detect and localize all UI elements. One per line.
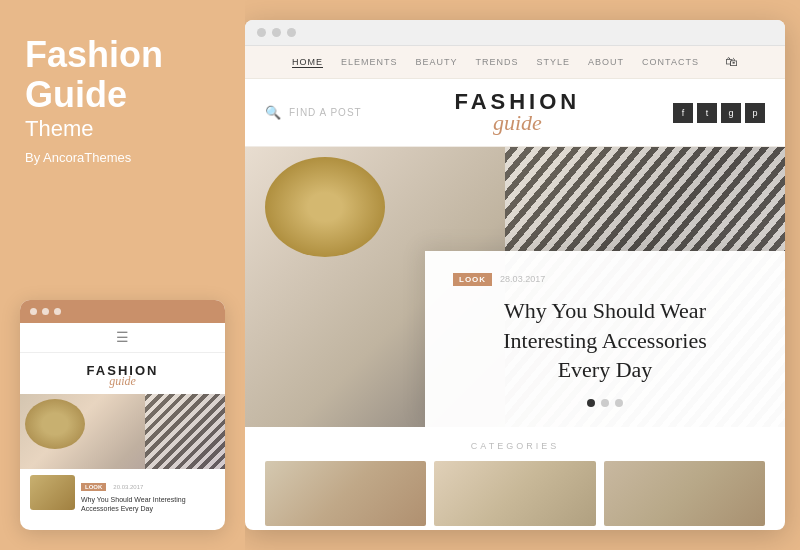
social-google-icon[interactable]: g: [721, 103, 741, 123]
search-placeholder[interactable]: FIND A POST: [289, 107, 362, 118]
hero-card: LOOK 28.03.2017 Why You Should Wear Inte…: [425, 251, 785, 427]
hero-date: 28.03.2017: [500, 274, 545, 284]
mobile-article: LOOK 20.03.2017 Why You Should Wear Inte…: [20, 469, 225, 519]
mobile-look-badge: LOOK: [81, 483, 106, 491]
brand-title-line2: Guide: [25, 75, 220, 115]
browser-dot-yellow: [272, 28, 281, 37]
hero-title-line2: Interesting Accessories: [503, 328, 706, 353]
categories-label: CATEGORIES: [265, 441, 765, 451]
social-pinterest-icon[interactable]: p: [745, 103, 765, 123]
site-logo: FASHION guide: [454, 89, 580, 136]
browser-titlebar: [245, 20, 785, 46]
nav-item-contacts[interactable]: CONTACTS: [642, 57, 699, 67]
browser-mockup: HOME ELEMENTS BEAUTY TRENDS STYLE ABOUT …: [245, 20, 785, 530]
brand-by: By AncoraThemes: [25, 150, 220, 165]
browser-dot-red: [257, 28, 266, 37]
mobile-hat-decoration: [25, 399, 85, 449]
category-thumb-3[interactable]: [604, 461, 765, 526]
mobile-hamburger-icon[interactable]: ☰: [20, 323, 225, 353]
mobile-titlebar: [20, 300, 225, 323]
mobile-hero-image: [20, 394, 225, 469]
cart-icon[interactable]: 🛍: [725, 54, 738, 70]
mobile-article-thumbnail: [30, 475, 75, 510]
social-facebook-icon[interactable]: f: [673, 103, 693, 123]
mobile-dot-1: [30, 308, 37, 315]
mobile-article-content: LOOK 20.03.2017 Why You Should Wear Inte…: [81, 475, 215, 513]
mobile-logo: FASHION guide: [20, 353, 225, 394]
category-grid: [265, 461, 765, 526]
hero-dot-2[interactable]: [601, 399, 609, 407]
nav-item-elements[interactable]: ELEMENTS: [341, 57, 398, 67]
site-header: 🔍 FIND A POST FASHION guide f t g p: [245, 79, 785, 147]
header-search[interactable]: 🔍 FIND A POST: [265, 105, 362, 120]
mobile-article-title: Why You Should Wear Interesting Accessor…: [81, 495, 215, 513]
categories-section: CATEGORIES: [245, 427, 785, 530]
hero-title: Why You Should Wear Interesting Accessor…: [453, 296, 757, 385]
mobile-logo-guide: guide: [30, 374, 215, 389]
browser-dot-green: [287, 28, 296, 37]
nav-item-home[interactable]: HOME: [292, 57, 323, 68]
nav-item-about[interactable]: ABOUT: [588, 57, 624, 67]
category-thumb-2[interactable]: [434, 461, 595, 526]
hero-dot-3[interactable]: [615, 399, 623, 407]
brand-subtitle: Theme: [25, 116, 220, 142]
mobile-mockup: ☰ FASHION guide LOOK 20.03.2017 Why You …: [20, 300, 225, 530]
category-thumb-1[interactable]: [265, 461, 426, 526]
mobile-stripe-decoration: [145, 394, 225, 469]
brand-title: Fashion Guide: [25, 35, 220, 114]
nav-item-style[interactable]: STYLE: [537, 57, 571, 67]
hero-hat-decoration: [265, 157, 385, 257]
site-nav: HOME ELEMENTS BEAUTY TRENDS STYLE ABOUT …: [245, 46, 785, 79]
social-twitter-icon[interactable]: t: [697, 103, 717, 123]
hero-dot-1[interactable]: [587, 399, 595, 407]
social-icons: f t g p: [673, 103, 765, 123]
hero-title-line3: Every Day: [558, 357, 653, 382]
look-badge-row: LOOK 28.03.2017: [453, 273, 757, 286]
hero-look-badge: LOOK: [453, 273, 492, 286]
mobile-dot-2: [42, 308, 49, 315]
nav-item-trends[interactable]: TRENDS: [476, 57, 519, 67]
hero-title-line1: Why You Should Wear: [504, 298, 706, 323]
search-icon[interactable]: 🔍: [265, 105, 281, 120]
left-panel: Fashion Guide Theme By AncoraThemes ☰ FA…: [0, 0, 245, 550]
mobile-dot-3: [54, 308, 61, 315]
hero-area: LOOK 28.03.2017 Why You Should Wear Inte…: [245, 147, 785, 427]
nav-item-beauty[interactable]: BEAUTY: [416, 57, 458, 67]
brand-title-line1: Fashion: [25, 35, 220, 75]
mobile-article-date: 20.03.2017: [113, 484, 143, 490]
hero-carousel-dots: [453, 399, 757, 407]
